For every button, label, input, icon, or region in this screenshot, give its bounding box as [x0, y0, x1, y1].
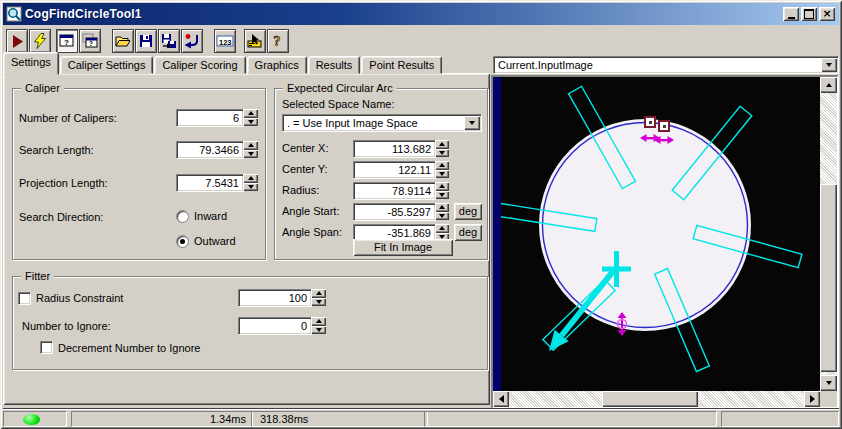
tab-settings[interactable]: Settings	[3, 52, 59, 75]
vertical-scrollbar[interactable]	[820, 77, 837, 391]
search-direction-label: Search Direction:	[19, 211, 103, 224]
input-image-display[interactable]	[501, 77, 820, 391]
arrow-right-icon	[810, 395, 815, 403]
decrement-number-checkbox[interactable]	[40, 341, 53, 354]
spin-up[interactable]	[311, 289, 326, 298]
spin-up[interactable]	[435, 161, 449, 170]
cog-find-circle-tool-window: CogFindCircleTool1 × ? ?	[0, 0, 842, 429]
radius-constraint-field[interactable]: 100	[238, 289, 312, 307]
status-empty-panel	[721, 411, 839, 427]
tab-caliper-scoring[interactable]: Caliper Scoring	[154, 56, 245, 74]
open-file-button[interactable]	[112, 29, 134, 53]
svg-text:?: ?	[274, 34, 281, 49]
spin-down[interactable]	[435, 170, 449, 179]
save-as-icon	[161, 33, 177, 49]
trigger-button[interactable]	[29, 29, 51, 53]
combo-dropdown-button[interactable]	[821, 58, 837, 72]
spin-up[interactable]	[435, 203, 449, 212]
spin-down[interactable]	[435, 191, 449, 200]
number-to-ignore-field[interactable]: 0	[238, 317, 312, 335]
radius-constraint-checkbox[interactable]	[18, 292, 31, 305]
vertical-scroll-thumb[interactable]	[820, 184, 837, 372]
save-as-button[interactable]	[158, 29, 180, 53]
outward-radio[interactable]	[176, 235, 189, 248]
angle-start-field[interactable]: -85.5297	[353, 203, 436, 221]
part-disc	[539, 119, 751, 331]
selected-space-name-label: Selected Space Name:	[282, 98, 395, 111]
spin-up[interactable]	[435, 182, 449, 191]
angle-span-deg-button[interactable]: deg	[454, 224, 482, 241]
spin-up[interactable]	[435, 140, 449, 149]
spin-down[interactable]	[435, 149, 449, 158]
tab-point-results[interactable]: Point Results	[361, 56, 442, 74]
spin-up[interactable]	[243, 174, 258, 183]
help-button[interactable]: ?	[267, 29, 289, 53]
inward-radio[interactable]	[176, 210, 189, 223]
spin-up[interactable]	[311, 317, 326, 326]
space-name-value: . = Use Input Image Space	[287, 115, 463, 131]
spin-down[interactable]	[311, 326, 326, 335]
number-to-ignore-spinner	[311, 317, 326, 334]
radius-field[interactable]: 78.9114	[353, 182, 436, 200]
numeric-results-button[interactable]: 123	[214, 29, 236, 53]
outward-label: Outward	[194, 235, 236, 248]
minimize-button[interactable]	[783, 7, 799, 21]
maximize-icon	[804, 9, 814, 19]
scroll-up-button[interactable]	[820, 77, 837, 93]
spin-down[interactable]	[311, 298, 326, 307]
image-source-combobox[interactable]: Current.InputImage	[493, 56, 839, 74]
run-button[interactable]	[6, 29, 28, 53]
number-of-calipers-spinner	[243, 109, 258, 126]
titlebar: CogFindCircleTool1 ×	[3, 3, 839, 25]
horizontal-scroll-thumb[interactable]	[602, 391, 698, 407]
scroll-down-button[interactable]	[820, 375, 837, 391]
float-window-button[interactable]: ?	[79, 29, 101, 53]
status-bar: 1.34ms 318.38ms	[3, 408, 839, 427]
show-image-window-button[interactable]: ?	[56, 29, 78, 53]
window-title: CogFindCircleTool1	[25, 7, 783, 21]
scroll-right-button[interactable]	[804, 391, 820, 407]
graphics-pick-button[interactable]	[244, 29, 266, 53]
spin-down[interactable]	[243, 118, 258, 127]
float-window-icon: ?	[82, 33, 98, 49]
status-time1: 1.34ms	[71, 411, 253, 427]
tab-results[interactable]: Results	[308, 56, 361, 74]
reset-button[interactable]	[181, 29, 203, 53]
angle-start-deg-button[interactable]: deg	[454, 203, 482, 220]
center-x-label: Center X:	[282, 142, 328, 155]
spin-up[interactable]	[243, 141, 258, 150]
tab-strip: Settings Caliper Settings Caliper Scorin…	[3, 54, 443, 74]
image-display-frame	[491, 75, 839, 409]
close-button[interactable]: ×	[819, 7, 835, 21]
inward-label: Inward	[194, 210, 227, 223]
scroll-left-button[interactable]	[493, 391, 509, 407]
minimize-icon	[788, 17, 795, 19]
horizontal-scrollbar[interactable]	[493, 391, 820, 407]
spin-down[interactable]	[243, 150, 258, 159]
tab-caliper-settings[interactable]: Caliper Settings	[60, 56, 154, 74]
svg-text:123: 123	[219, 38, 232, 47]
combo-dropdown-button[interactable]	[464, 116, 480, 130]
arc-group-title: Expected Circular Arc	[283, 82, 397, 95]
chevron-down-icon	[826, 63, 832, 67]
save-button[interactable]	[135, 29, 157, 53]
center-x-field[interactable]: 113.682	[353, 140, 436, 158]
status-led	[23, 414, 40, 425]
spin-down[interactable]	[435, 212, 449, 221]
projection-length-field[interactable]: 7.5431	[176, 174, 244, 192]
fit-in-image-button[interactable]: Fit In Image	[353, 239, 453, 256]
number-of-calipers-label: Number of Calipers:	[19, 112, 117, 125]
search-length-field[interactable]: 79.3466	[176, 141, 244, 159]
center-y-label: Center Y:	[282, 163, 328, 176]
projection-length-spinner	[243, 174, 258, 191]
spin-down[interactable]	[243, 183, 258, 192]
number-of-calipers-field[interactable]: 6	[176, 109, 244, 127]
maximize-button[interactable]	[801, 7, 817, 21]
spin-up[interactable]	[435, 224, 449, 233]
space-name-combobox[interactable]: . = Use Input Image Space	[282, 114, 482, 132]
status-led-panel	[3, 411, 67, 427]
spin-up[interactable]	[243, 109, 258, 118]
tab-graphics[interactable]: Graphics	[247, 56, 307, 74]
arrow-left-icon	[499, 395, 504, 403]
center-y-field[interactable]: 122.11	[353, 161, 436, 179]
